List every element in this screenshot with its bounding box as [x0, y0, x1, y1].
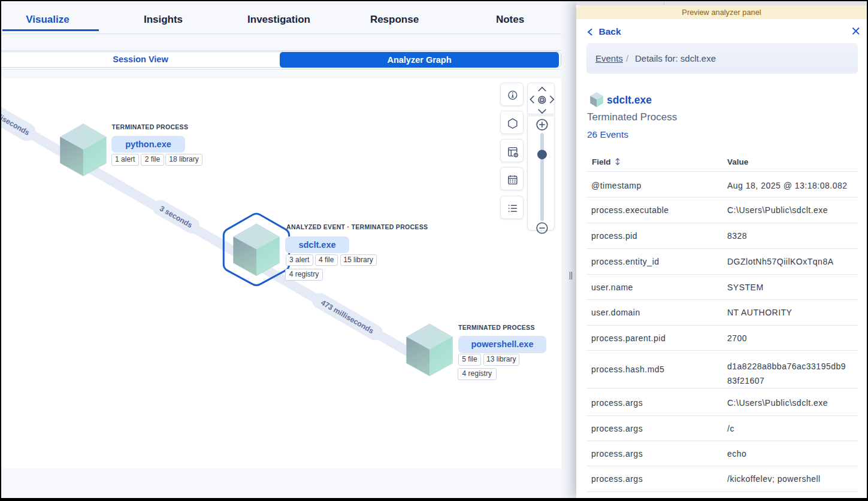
svg-text:473 milliseconds: 473 milliseconds — [319, 298, 375, 335]
